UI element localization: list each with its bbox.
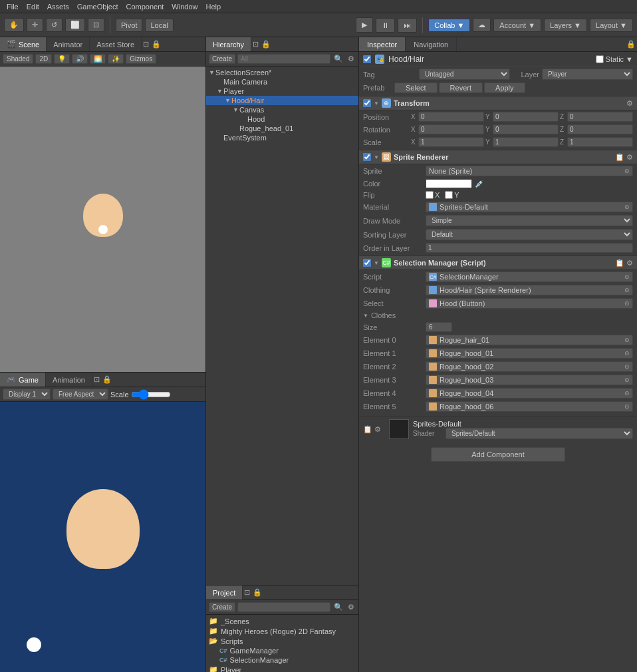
prefab-revert-button[interactable]: Revert bbox=[439, 83, 483, 93]
hierarchy-lock-button[interactable]: 🔒 bbox=[260, 37, 272, 51]
transform-component-header[interactable]: ▼ ⊕ Transform ⚙ bbox=[359, 96, 637, 110]
hier-item-hoodhair[interactable]: ▼ Hood/Hair bbox=[206, 96, 358, 105]
menu-help[interactable]: Help bbox=[201, 1, 225, 12]
collab-button[interactable]: Collab ▼ bbox=[428, 19, 470, 32]
tab-navigation[interactable]: Navigation bbox=[406, 37, 457, 51]
flip-x-checkbox[interactable] bbox=[426, 191, 434, 199]
audio-button[interactable]: 🔊 bbox=[72, 54, 88, 64]
material-link-icon[interactable]: ⊙ bbox=[624, 204, 630, 210]
menu-file[interactable]: File bbox=[3, 1, 23, 12]
sprite-renderer-active-checkbox[interactable] bbox=[363, 153, 371, 161]
tool-hand[interactable]: ✋ bbox=[4, 18, 24, 32]
menu-window[interactable]: Window bbox=[168, 1, 201, 12]
tab-asset-store[interactable]: Asset Store bbox=[90, 37, 142, 51]
scale-slider[interactable] bbox=[131, 389, 171, 400]
element-value-1[interactable]: Rogue_hood_01 ⊙ bbox=[426, 348, 633, 359]
draw-mode-select[interactable]: Simple bbox=[426, 215, 633, 226]
hier-item-roguehead[interactable]: Rogue_head_01 bbox=[206, 124, 358, 133]
proj-item-player[interactable]: 📁 Player bbox=[206, 665, 358, 672]
pos-y-input[interactable] bbox=[493, 112, 559, 122]
pivot-button[interactable]: Pivot bbox=[116, 19, 142, 32]
sprite-link-icon[interactable]: ⊙ bbox=[624, 168, 630, 174]
shader-copy-icon[interactable]: 📋 bbox=[363, 425, 372, 434]
hier-item-eventsystem[interactable]: EventSystem bbox=[206, 133, 358, 142]
project-search-icon[interactable]: 🔍 bbox=[332, 603, 344, 611]
project-settings-icon[interactable]: ⚙ bbox=[346, 603, 356, 611]
hier-item-maincamera[interactable]: Main Camera bbox=[206, 77, 358, 86]
scene-canvas[interactable] bbox=[0, 67, 205, 372]
tool-rect[interactable]: ⊡ bbox=[88, 18, 104, 32]
pos-z-input[interactable] bbox=[567, 112, 633, 122]
hierarchy-create-button[interactable]: Create bbox=[209, 54, 235, 64]
tool-rotate[interactable]: ↺ bbox=[46, 18, 63, 32]
play-button[interactable]: ▶ bbox=[356, 17, 373, 33]
inspector-lock-button[interactable]: 🔒 bbox=[625, 37, 637, 51]
project-maximize-button[interactable]: ⊡ bbox=[243, 586, 251, 599]
flip-y-checkbox[interactable] bbox=[445, 191, 453, 199]
script-link-icon[interactable]: ⊙ bbox=[624, 273, 630, 280]
scale-y-input[interactable] bbox=[493, 137, 559, 147]
display-select[interactable]: Display 1 bbox=[3, 389, 51, 400]
scale-x-input[interactable] bbox=[418, 137, 484, 147]
hier-item-selectionscreen[interactable]: ▼ SelectionScreen* bbox=[206, 68, 358, 77]
tool-move[interactable]: ✛ bbox=[27, 18, 43, 32]
hierarchy-maximize-button[interactable]: ⊡ bbox=[251, 37, 260, 51]
order-in-layer-input[interactable] bbox=[426, 243, 633, 253]
proj-item-selectionmanager[interactable]: C# SelectionManager bbox=[206, 655, 358, 665]
clothes-expand-icon[interactable]: ▼ bbox=[363, 313, 368, 319]
tab-scene[interactable]: 🎬 Scene bbox=[0, 37, 47, 51]
layers-button[interactable]: Layers ▼ bbox=[544, 19, 587, 32]
element-link-icon-4[interactable]: ⊙ bbox=[624, 390, 630, 397]
sprite-renderer-header[interactable]: ▼ 🖼 Sprite Renderer 📋 ⚙ bbox=[359, 150, 637, 164]
scene-maximize-button[interactable]: ⊡ bbox=[142, 37, 150, 51]
hier-item-player[interactable]: ▼ Player bbox=[206, 86, 358, 96]
object-active-checkbox[interactable] bbox=[363, 55, 371, 63]
element-value-5[interactable]: Rogue_hood_06 ⊙ bbox=[426, 401, 633, 412]
tag-select[interactable]: Untagged bbox=[419, 69, 510, 80]
sprite-value[interactable]: None (Sprite) ⊙ bbox=[426, 166, 633, 176]
proj-item-scripts[interactable]: 📂 Scripts bbox=[206, 636, 358, 646]
cloud-button[interactable]: ☁ bbox=[473, 18, 491, 32]
scene-move-handle[interactable] bbox=[98, 225, 108, 234]
sorting-layer-select[interactable]: Default bbox=[426, 229, 633, 240]
size-input[interactable] bbox=[426, 322, 452, 332]
element-link-icon-2[interactable]: ⊙ bbox=[624, 363, 630, 370]
rot-y-input[interactable] bbox=[493, 124, 559, 134]
effects-button[interactable]: ✨ bbox=[108, 54, 124, 64]
hier-item-canvas[interactable]: ▼ Canvas bbox=[206, 105, 358, 114]
material-value[interactable]: Sprites-Default ⊙ bbox=[426, 202, 633, 212]
clothing-link-icon[interactable]: ⊙ bbox=[624, 287, 630, 293]
local-button[interactable]: Local bbox=[145, 19, 173, 32]
tool-scale[interactable]: ⬜ bbox=[65, 18, 85, 32]
rot-z-input[interactable] bbox=[567, 124, 633, 134]
menu-assets[interactable]: Assets bbox=[43, 1, 73, 12]
hierarchy-settings-icon[interactable]: ⚙ bbox=[346, 55, 356, 63]
proj-item-mightyhero[interactable]: 📁 Mighty Heroes (Rogue) 2D Fantasy bbox=[206, 626, 358, 636]
transform-active-checkbox[interactable] bbox=[363, 99, 371, 107]
selection-manager-active-checkbox[interactable] bbox=[363, 259, 371, 267]
proj-item-gamemanager[interactable]: C# GameManager bbox=[206, 646, 358, 655]
static-checkbox[interactable] bbox=[596, 55, 604, 63]
game-maximize-button[interactable]: ⊡ bbox=[92, 373, 101, 387]
script-value[interactable]: C# SelectionManager ⊙ bbox=[426, 271, 633, 282]
element-value-2[interactable]: Rogue_hood_02 ⊙ bbox=[426, 361, 633, 372]
element-link-icon-5[interactable]: ⊙ bbox=[624, 403, 630, 410]
project-search-input[interactable] bbox=[237, 602, 330, 612]
step-button[interactable]: ⏭ bbox=[398, 18, 417, 33]
element-value-4[interactable]: Rogue_hood_04 ⊙ bbox=[426, 388, 633, 399]
element-value-3[interactable]: Rogue_hood_03 ⊙ bbox=[426, 375, 633, 385]
aspect-select[interactable]: Free Aspect bbox=[53, 389, 108, 400]
transform-settings-icon[interactable]: ⚙ bbox=[626, 99, 633, 108]
project-lock-button[interactable]: 🔒 bbox=[251, 586, 263, 599]
shader-select[interactable]: Sprites/Default bbox=[446, 428, 633, 439]
tab-project[interactable]: Project bbox=[206, 586, 243, 599]
project-create-button[interactable]: Create bbox=[209, 602, 235, 612]
tab-hierarchy[interactable]: Hierarchy bbox=[206, 37, 251, 51]
proj-item-scenes[interactable]: 📁 _Scenes bbox=[206, 616, 358, 626]
shader-settings-icon[interactable]: ⚙ bbox=[374, 425, 381, 434]
gizmos-button[interactable]: Gizmos bbox=[126, 54, 156, 64]
hierarchy-search-input[interactable] bbox=[237, 54, 330, 64]
game-canvas[interactable] bbox=[0, 402, 205, 672]
clothing-value[interactable]: Hood/Hair (Sprite Renderer) ⊙ bbox=[426, 285, 633, 295]
tab-inspector[interactable]: Inspector bbox=[359, 37, 406, 51]
